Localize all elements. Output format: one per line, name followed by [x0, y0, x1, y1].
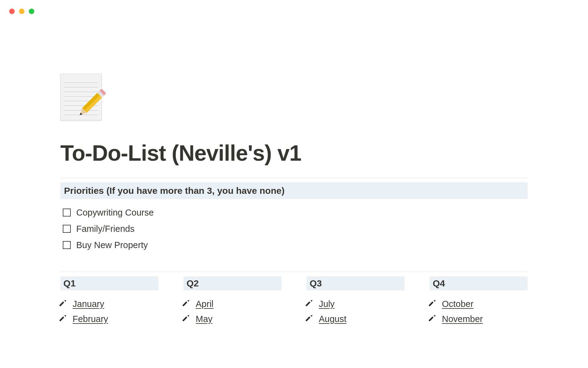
- checkbox-icon[interactable]: [63, 241, 71, 249]
- todo-item[interactable]: Buy New Property: [63, 237, 528, 253]
- quarter-column: Q1 January February: [60, 276, 158, 327]
- month-label: January: [73, 299, 104, 309]
- pen-icon: [430, 300, 438, 308]
- quarters-grid: Q1 January February Q2 April M: [60, 276, 528, 327]
- quarter-heading[interactable]: Q4: [430, 276, 528, 290]
- priorities-list: Copywriting Course Family/Friends Buy Ne…: [63, 205, 528, 253]
- quarter-column: Q2 April May: [183, 276, 281, 327]
- month-link[interactable]: January: [60, 297, 158, 312]
- todo-label: Copywriting Course: [76, 208, 154, 218]
- todo-item[interactable]: Family/Friends: [63, 221, 528, 237]
- pen-icon: [183, 315, 191, 323]
- month-link[interactable]: April: [183, 297, 281, 312]
- priorities-heading[interactable]: Priorities (If you have more than 3, you…: [60, 182, 528, 199]
- page-content: To-Do-List (Neville's) v1 Priorities (If…: [60, 74, 528, 327]
- bottom-fade: [0, 340, 588, 368]
- month-link[interactable]: May: [183, 312, 281, 327]
- todo-label: Family/Friends: [76, 224, 134, 234]
- pen-icon: [430, 315, 438, 323]
- divider: [60, 272, 528, 272]
- pen-icon: [60, 300, 68, 308]
- quarter-column: Q4 October November: [430, 276, 528, 327]
- page-memo-icon[interactable]: [60, 74, 102, 120]
- todo-item[interactable]: Copywriting Course: [63, 205, 528, 221]
- month-link[interactable]: February: [60, 312, 158, 327]
- pen-icon: [307, 300, 315, 308]
- window-minimize-button[interactable]: [19, 9, 24, 14]
- month-label: November: [442, 314, 483, 324]
- checkbox-icon[interactable]: [63, 225, 71, 233]
- month-label: May: [196, 314, 213, 324]
- pen-icon: [307, 315, 315, 323]
- pen-icon: [183, 300, 191, 308]
- quarter-heading[interactable]: Q2: [183, 276, 281, 290]
- month-link[interactable]: July: [307, 297, 405, 312]
- app-window: To-Do-List (Neville's) v1 Priorities (If…: [0, 0, 588, 368]
- quarter-heading[interactable]: Q3: [307, 276, 405, 290]
- window-zoom-button[interactable]: [29, 9, 34, 14]
- month-link[interactable]: October: [430, 297, 528, 312]
- month-link[interactable]: November: [430, 312, 528, 327]
- month-label: April: [196, 299, 213, 309]
- month-label: July: [319, 299, 335, 309]
- divider: [60, 178, 528, 178]
- quarter-heading[interactable]: Q1: [60, 276, 158, 290]
- month-label: February: [73, 314, 108, 324]
- window-traffic-lights: [9, 9, 34, 14]
- month-label: October: [442, 299, 473, 309]
- quarter-column: Q3 July August: [307, 276, 405, 327]
- checkbox-icon[interactable]: [63, 209, 71, 217]
- page-title[interactable]: To-Do-List (Neville's) v1: [60, 142, 528, 165]
- todo-label: Buy New Property: [76, 240, 148, 250]
- window-close-button[interactable]: [9, 9, 15, 14]
- pen-icon: [60, 315, 68, 323]
- month-link[interactable]: August: [307, 312, 405, 327]
- month-label: August: [319, 314, 346, 324]
